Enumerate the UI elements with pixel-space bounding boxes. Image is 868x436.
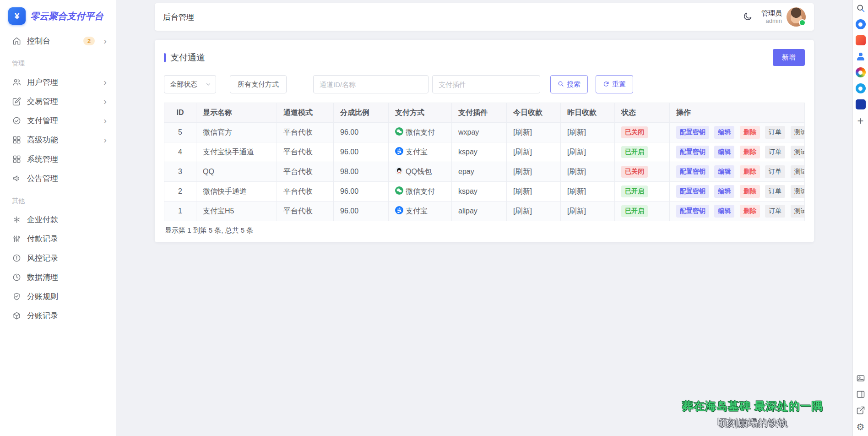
refresh-yesterday-link[interactable]: [刷新]	[561, 202, 615, 221]
cell-status: 已开启	[615, 202, 670, 221]
sidebar-item-user-management[interactable]: 用户管理 ›	[0, 72, 116, 92]
sidebar-item-split-rules[interactable]: 分账规则	[0, 287, 116, 306]
delete-button[interactable]: 删除	[740, 185, 760, 198]
sidebar-item-label: 分账记录	[27, 311, 107, 321]
zoom-icon[interactable]	[856, 3, 866, 13]
edit-button[interactable]: 编辑	[714, 126, 734, 139]
sidebar-item-payment-management[interactable]: 支付管理 ›	[0, 111, 116, 130]
check-circle-icon	[12, 116, 21, 125]
sidebar-item-payment-records[interactable]: 付款记录	[0, 229, 116, 248]
status-select-value: 全部状态	[170, 80, 197, 89]
cell-plugin: epay	[452, 162, 507, 182]
edit-button[interactable]: 编辑	[714, 205, 734, 218]
order-button[interactable]: 订单	[765, 205, 785, 218]
configure-key-button[interactable]: 配置密钥	[676, 205, 709, 218]
grid-icon	[12, 154, 21, 164]
cell-name: 支付宝快手通道	[196, 142, 277, 162]
refresh-yesterday-link[interactable]: [刷新]	[561, 123, 615, 142]
status-select[interactable]: 全部状态	[164, 75, 216, 93]
edit-button[interactable]: 编辑	[714, 185, 734, 198]
add-extension-icon[interactable]: +	[857, 115, 863, 126]
col-plugin: 支付插件	[452, 103, 507, 123]
order-button[interactable]: 订单	[765, 185, 785, 198]
plugin-input[interactable]	[432, 75, 540, 93]
sidebar-item-split-records[interactable]: 分账记录	[0, 306, 116, 325]
reset-button[interactable]: 重置	[596, 75, 633, 93]
configure-key-button[interactable]: 配置密钥	[676, 185, 709, 198]
status-badge: 已开启	[621, 146, 648, 158]
contacts-icon[interactable]	[856, 51, 866, 61]
sidebar-item-transaction-management[interactable]: 交易管理 ›	[0, 92, 116, 111]
settings-gear-icon[interactable]: ⚙	[857, 421, 865, 432]
sidebar-toggle-icon[interactable]	[856, 389, 866, 399]
delete-button[interactable]: 删除	[740, 146, 760, 158]
reset-button-label: 重置	[612, 80, 626, 89]
extension-colorful-icon[interactable]	[856, 67, 866, 77]
delete-button[interactable]: 删除	[740, 126, 760, 139]
refresh-today-link[interactable]: [刷新]	[507, 142, 561, 162]
sidebar-item-risk-control-records[interactable]: 风控记录	[0, 248, 116, 267]
sidebar-item-label: 企业付款	[27, 214, 107, 225]
sidebar-item-announcement-management[interactable]: 公告管理	[0, 169, 116, 188]
qq-wallet-icon	[395, 167, 403, 177]
test-button[interactable]: 测试	[791, 146, 805, 158]
user-menu[interactable]: 管理员 admin	[761, 7, 806, 27]
configure-key-button[interactable]: 配置密钥	[676, 146, 709, 158]
screenshot-icon[interactable]	[856, 373, 866, 383]
refresh-today-link[interactable]: [刷新]	[507, 162, 561, 182]
chevron-right-icon: ›	[103, 77, 107, 87]
add-button[interactable]: 新增	[773, 49, 805, 66]
sidebar-item-dashboard[interactable]: 控制台 2 ›	[0, 31, 116, 50]
cell-status: 已开启	[615, 142, 670, 162]
refresh-yesterday-link[interactable]: [刷新]	[561, 162, 615, 182]
order-button[interactable]: 订单	[765, 146, 785, 158]
extension-dark-icon[interactable]	[856, 99, 866, 109]
cell-name: 微信官方	[196, 123, 277, 142]
extension-red-icon[interactable]	[856, 35, 866, 45]
sidebar-item-data-cleanup[interactable]: 数据清理	[0, 267, 116, 287]
configure-key-button[interactable]: 配置密钥	[676, 126, 709, 139]
extension-teal-icon[interactable]	[856, 83, 866, 93]
refresh-yesterday-link[interactable]: [刷新]	[561, 142, 615, 162]
edit-button[interactable]: 编辑	[714, 146, 734, 158]
alipay-icon	[395, 206, 403, 216]
col-actions: 操作	[670, 103, 805, 123]
search-button[interactable]: 搜索	[550, 75, 588, 93]
dark-mode-toggle[interactable]	[741, 11, 754, 23]
cell-plugin: wxpay	[452, 123, 507, 142]
status-badge: 已开启	[621, 205, 648, 217]
person-glyph	[857, 52, 865, 60]
chevron-right-icon: ›	[103, 135, 107, 144]
payment-method-label: 微信支付	[406, 187, 435, 196]
test-button[interactable]: 测试	[791, 205, 805, 218]
status-badge: 已关闭	[621, 126, 648, 138]
grid-icon	[12, 135, 21, 144]
configure-key-button[interactable]: 配置密钥	[676, 165, 709, 178]
refresh-yesterday-link[interactable]: [刷新]	[561, 182, 615, 202]
delete-button[interactable]: 删除	[740, 165, 760, 178]
channel-id-input[interactable]	[313, 75, 429, 93]
extension-blue-icon[interactable]	[856, 19, 866, 29]
order-button[interactable]: 订单	[765, 165, 785, 178]
main-area: 后台管理 管理员 admin 支付通道	[116, 0, 852, 436]
cell-mode: 平台代收	[277, 123, 334, 142]
open-external-icon[interactable]	[856, 405, 866, 415]
avatar[interactable]	[787, 7, 806, 27]
test-button[interactable]: 测试	[791, 185, 805, 198]
refresh-today-link[interactable]: [刷新]	[507, 182, 561, 202]
refresh-today-link[interactable]: [刷新]	[507, 202, 561, 221]
refresh-today-link[interactable]: [刷新]	[507, 123, 561, 142]
sidebar-item-system-management[interactable]: 系统管理	[0, 149, 116, 169]
edit-button[interactable]: 编辑	[714, 165, 734, 178]
col-yesterday-income: 昨日收款	[561, 103, 615, 123]
payment-method-filter-button[interactable]: 所有支付方式	[230, 75, 287, 93]
order-button[interactable]: 订单	[765, 126, 785, 139]
cell-id: 1	[164, 202, 196, 221]
test-button[interactable]: 测试	[791, 165, 805, 178]
sidebar-item-enterprise-payment[interactable]: 企业付款	[0, 210, 116, 229]
test-button[interactable]: 测试	[791, 126, 805, 139]
sidebar-item-advanced-features[interactable]: 高级功能 ›	[0, 130, 116, 149]
cell-plugin: alipay	[452, 202, 507, 221]
table-row: 5 微信官方 平台代收 96.00 微信支付 wxpay [刷新] [刷新] 已…	[164, 123, 805, 142]
delete-button[interactable]: 删除	[740, 205, 760, 218]
